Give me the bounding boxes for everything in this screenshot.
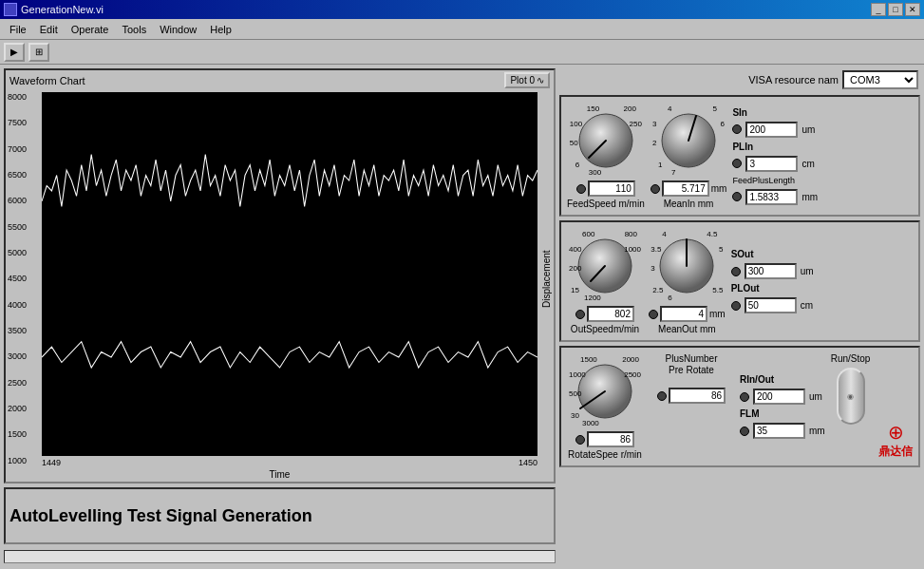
rinout-input[interactable] xyxy=(753,389,805,405)
feedspeed-indicator xyxy=(576,184,586,194)
meanout-value-box: mm xyxy=(649,306,726,322)
outspeed-knob-group: 600 800 400 1000 200 15 1200 xyxy=(567,228,643,334)
meanin-value-box: mm xyxy=(651,180,727,197)
menu-bar: File Edit Operate Tools Window Help xyxy=(0,19,924,40)
rotate-label: RotateSpee r/min xyxy=(568,449,642,460)
chart-area: 1449 1450 xyxy=(40,90,539,467)
feedspeed-value-box xyxy=(576,180,635,197)
chart-plot[interactable] xyxy=(42,92,537,456)
waveform-svg xyxy=(42,92,537,456)
minimize-button[interactable]: _ xyxy=(871,3,886,16)
right-panel: VISA resource nam COM3 COM1 COM2 COM4 15… xyxy=(559,68,920,565)
sin-input[interactable] xyxy=(745,122,798,138)
rinout-section-label: RIn/Out xyxy=(740,374,825,385)
rotate-section: 1500 2000 1000 2500 500 30 3000 xyxy=(559,346,920,467)
flm-row: mm xyxy=(740,423,825,439)
toolbar: ▶ ⊞ xyxy=(0,40,924,65)
meanout-input[interactable] xyxy=(660,306,707,322)
plin-indicator xyxy=(732,159,742,168)
sout-indicator xyxy=(731,267,741,276)
chart-container: Waveform Chart Plot 0 ∿ 8000 7500 7000 6… xyxy=(4,68,556,484)
app-icon xyxy=(4,3,17,16)
h-scrollbar[interactable] xyxy=(4,550,556,563)
logo: ⊕ 鼎达信 xyxy=(878,421,913,460)
feedpluslength-section-label: FeedPlusLength xyxy=(732,176,818,185)
feed-side-controls: SIn um PLIn cm FeedPlusLength mm xyxy=(732,103,818,209)
meanin-unit: mm xyxy=(711,183,727,194)
menu-edit[interactable]: Edit xyxy=(34,22,64,37)
sin-section-label: SIn xyxy=(732,107,818,118)
plout-input[interactable] xyxy=(745,297,797,313)
window-title: GenerationNew.vi xyxy=(21,4,104,15)
plout-indicator xyxy=(731,301,741,311)
feedspeed-input[interactable] xyxy=(588,180,635,197)
feedpluslength-input[interactable] xyxy=(745,189,798,205)
meanout-label: MeanOut mm xyxy=(658,324,716,334)
feedpluslength-indicator xyxy=(732,192,742,201)
feedspeed-label: FeedSpeed m/min xyxy=(567,199,645,209)
meanin-knob-group: 4 5 3 6 2 1 7 xyxy=(651,103,727,209)
run-stop-button[interactable]: ◉ xyxy=(837,368,865,425)
plus-number-label: PlusNumberPre Rotate xyxy=(665,353,717,376)
maximize-button[interactable]: □ xyxy=(888,3,903,16)
chart-footer: Time xyxy=(6,467,554,482)
logo-text: 鼎达信 xyxy=(878,444,913,460)
rinout-unit: um xyxy=(809,391,822,402)
outspeed-input[interactable] xyxy=(587,306,634,322)
sout-input[interactable] xyxy=(745,263,797,279)
feed-section: 150 200 100 250 50 6 300 xyxy=(559,95,920,217)
rotate-side-controls: RIn/Out um FLM mm xyxy=(740,353,825,460)
sout-section-label: SOut xyxy=(731,249,814,259)
menu-window[interactable]: Window xyxy=(154,22,202,37)
outspeed-label: OutSpeedm/min xyxy=(571,324,639,334)
meanin-input[interactable] xyxy=(662,180,709,197)
rotate-input[interactable] xyxy=(587,431,634,447)
chart-header: Waveform Chart Plot 0 ∿ xyxy=(6,70,554,90)
plin-section-label: PLIn xyxy=(732,142,818,152)
flm-indicator xyxy=(740,427,749,436)
feedpluslength-unit: mm xyxy=(801,192,818,202)
run-stop-group: Run/Stop ◉ xyxy=(831,353,871,460)
signal-text: AutoLevelling Test Signal Generation xyxy=(9,506,312,526)
y-tick-labels: 8000 7500 7000 6500 6000 5500 5000 4500 … xyxy=(6,90,40,467)
left-panel: Waveform Chart Plot 0 ∿ 8000 7500 7000 6… xyxy=(4,68,556,565)
plout-unit: cm xyxy=(801,300,813,311)
plin-row: cm xyxy=(732,156,818,172)
run-button[interactable]: ▶ xyxy=(4,43,25,62)
run-stop-label: Run/Stop xyxy=(831,353,871,364)
menu-file[interactable]: File xyxy=(4,22,32,37)
sin-unit: um xyxy=(801,124,815,135)
plin-unit: cm xyxy=(801,159,814,169)
plin-input[interactable] xyxy=(745,156,798,172)
h-scroll-area xyxy=(4,548,556,565)
sout-unit: um xyxy=(801,266,814,276)
plot-button[interactable]: Plot 0 ∿ xyxy=(504,72,550,88)
flm-input[interactable] xyxy=(753,423,805,439)
sout-row: um xyxy=(731,263,814,279)
close-button[interactable]: ✕ xyxy=(905,3,920,16)
flm-unit: mm xyxy=(809,426,825,436)
plus-number-indicator xyxy=(657,391,667,401)
chart-body: 8000 7500 7000 6500 6000 5500 5000 4500 … xyxy=(6,90,554,467)
plus-number-input[interactable] xyxy=(669,388,726,404)
main-content: Waveform Chart Plot 0 ∿ 8000 7500 7000 6… xyxy=(0,65,924,569)
plout-section-label: PLOut xyxy=(731,283,814,294)
feedspeed-knob-group: 150 200 100 250 50 6 300 xyxy=(567,103,645,209)
meanout-unit: mm xyxy=(709,309,726,319)
x-axis-row: 1449 1450 xyxy=(40,458,539,467)
meanin-label: MeanIn mm xyxy=(664,199,714,209)
flm-section-label: FLM xyxy=(740,408,825,419)
snapshot-button[interactable]: ⊞ xyxy=(28,43,49,62)
rotate-indicator xyxy=(575,435,585,445)
visa-select[interactable]: COM3 COM1 COM2 COM4 xyxy=(842,70,918,89)
title-bar: GenerationNew.vi _ □ ✕ xyxy=(0,0,924,19)
menu-operate[interactable]: Operate xyxy=(66,22,115,37)
menu-help[interactable]: Help xyxy=(204,22,237,37)
plout-row: cm xyxy=(731,297,814,313)
x-start: 1449 xyxy=(42,458,61,467)
out-side-controls: SOut um PLOut cm xyxy=(731,228,814,334)
plus-number-group: PlusNumberPre Rotate xyxy=(649,353,734,460)
meanout-indicator xyxy=(649,310,658,319)
logo-area: ⊕ 鼎达信 xyxy=(876,353,913,460)
menu-tools[interactable]: Tools xyxy=(116,22,152,37)
